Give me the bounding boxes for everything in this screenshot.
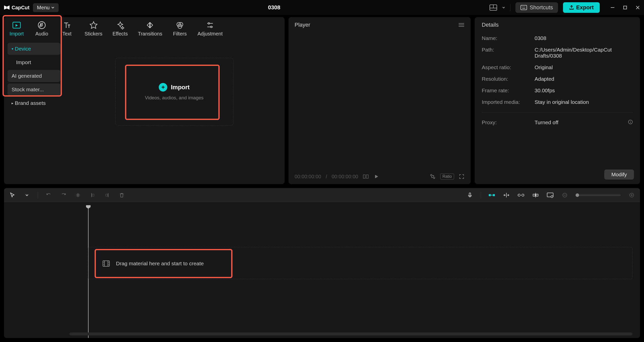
modify-button[interactable]: Modify	[604, 169, 634, 180]
detail-label: Frame rate:	[482, 88, 535, 94]
media-tabs: Import Audio Text Stickers Effects	[4, 17, 285, 40]
stickers-icon	[89, 21, 98, 29]
split-tool[interactable]	[74, 191, 82, 199]
titlebar-right: Shortcuts Export	[490, 2, 640, 13]
scale-icon[interactable]	[430, 174, 436, 180]
export-icon	[569, 5, 574, 10]
svg-rect-29	[76, 194, 77, 196]
filters-icon	[176, 21, 184, 29]
tab-label: Transitions	[138, 31, 162, 37]
transitions-icon	[146, 21, 154, 29]
details-footer: Modify	[475, 166, 640, 184]
align-button[interactable]	[532, 191, 539, 199]
hamburger-icon[interactable]	[458, 22, 465, 27]
detail-row-path: Path:C:/Users/Admin/Desktop/CapCut Draft…	[482, 47, 633, 59]
shortcuts-button[interactable]: Shortcuts	[515, 2, 558, 13]
divider	[481, 192, 481, 198]
timeline-panel: Drag material here and start to create	[4, 188, 640, 338]
sidebar-label: Stock mater...	[12, 87, 44, 93]
time-separator: /	[326, 174, 327, 180]
timeline-scrollbar[interactable]	[69, 332, 632, 335]
split-left-tool[interactable]	[89, 191, 96, 199]
plus-icon: +	[159, 83, 167, 92]
tab-effects[interactable]: Effects	[107, 18, 133, 39]
sidebar-item-ai-generated[interactable]: AI generated	[8, 70, 60, 82]
detail-value: 0308	[535, 35, 546, 41]
minimize-button[interactable]	[610, 5, 615, 10]
preview-axis-button[interactable]	[503, 191, 510, 199]
tab-adjustment[interactable]: Adjustment	[192, 18, 228, 39]
tab-label: Effects	[112, 31, 128, 37]
timeline-body[interactable]: Drag material here and start to create	[4, 202, 640, 338]
text-icon	[63, 21, 71, 29]
snap-toggle[interactable]	[488, 191, 496, 199]
tab-filters[interactable]: Filters	[167, 18, 192, 39]
import-dropzone[interactable]: + Import Videos, audios, and images	[115, 58, 233, 126]
timeline-track-lane[interactable]	[88, 247, 632, 279]
fullscreen-icon[interactable]	[459, 174, 465, 180]
svg-point-38	[491, 195, 492, 196]
zoom-slider[interactable]	[576, 195, 621, 196]
sidebar-item-brand-assets[interactable]: ▸Brand assets	[8, 97, 60, 109]
import-row: + Import	[159, 83, 190, 92]
preview-mode-button[interactable]	[546, 191, 554, 199]
sidebar-item-import[interactable]: Import	[8, 56, 60, 68]
detail-value: Original	[535, 64, 553, 70]
split-right-tool[interactable]	[103, 191, 111, 199]
svg-point-11	[38, 22, 45, 29]
sidebar-label: AI generated	[12, 73, 42, 79]
zoom-out-button[interactable]	[561, 191, 569, 199]
svg-point-27	[630, 121, 631, 121]
detail-value: 30.00fps	[535, 88, 555, 94]
close-button[interactable]	[635, 5, 640, 10]
titlebar: CapCut Menu 0308 Shortcuts Export	[0, 0, 644, 15]
tab-stickers[interactable]: Stickers	[79, 18, 107, 39]
ratio-button[interactable]: Ratio	[440, 174, 454, 180]
select-tool[interactable]	[9, 191, 16, 199]
svg-rect-24	[432, 176, 434, 178]
tab-transitions[interactable]: Transitions	[133, 18, 167, 39]
zoom-in-button[interactable]	[628, 191, 635, 199]
import-title: Import	[171, 84, 190, 91]
app-name: CapCut	[12, 5, 29, 11]
link-button[interactable]	[517, 191, 525, 199]
player-viewport[interactable]	[289, 33, 471, 170]
project-title: 0308	[62, 4, 486, 11]
player-header: Player	[289, 17, 471, 33]
maximize-button[interactable]	[622, 5, 628, 10]
tab-text[interactable]: Text	[54, 18, 79, 39]
detail-value: Turned off	[535, 119, 558, 125]
tab-label: Stickers	[85, 31, 102, 37]
tab-label: Adjustment	[197, 31, 223, 37]
sidebar-item-stock-material[interactable]: Stock mater...	[8, 83, 60, 96]
layout-icon[interactable]	[490, 5, 497, 11]
detail-value: C:/Users/Admin/Desktop/CapCut Drafts/030…	[535, 47, 610, 59]
svg-rect-37	[493, 194, 495, 196]
export-button[interactable]: Export	[563, 2, 600, 13]
app-logo: CapCut	[4, 4, 29, 11]
tab-import[interactable]: Import	[4, 18, 29, 39]
compare-icon[interactable]	[363, 174, 369, 180]
chevron-down-icon[interactable]	[502, 6, 505, 9]
svg-rect-36	[489, 194, 491, 196]
svg-rect-32	[92, 194, 94, 196]
play-icon[interactable]	[373, 174, 379, 180]
svg-point-45	[551, 196, 553, 198]
svg-rect-30	[78, 194, 79, 196]
delete-tool[interactable]	[118, 191, 126, 199]
menu-button[interactable]: Menu	[33, 3, 59, 12]
detail-label: Path:	[482, 47, 535, 59]
detail-label: Proxy:	[482, 119, 535, 125]
redo-button[interactable]	[60, 191, 67, 199]
sidebar-item-device[interactable]: ▾Device	[8, 43, 60, 55]
tab-audio[interactable]: Audio	[29, 18, 54, 39]
info-icon[interactable]	[628, 119, 633, 124]
undo-button[interactable]	[45, 191, 53, 199]
chevron-down-icon[interactable]	[23, 191, 31, 199]
import-subtitle: Videos, audios, and images	[145, 95, 204, 101]
detail-row-fps: Frame rate:30.00fps	[482, 88, 633, 94]
svg-rect-22	[363, 175, 365, 178]
mic-button[interactable]	[466, 191, 474, 199]
divider	[482, 112, 633, 112]
svg-rect-35	[469, 193, 471, 196]
